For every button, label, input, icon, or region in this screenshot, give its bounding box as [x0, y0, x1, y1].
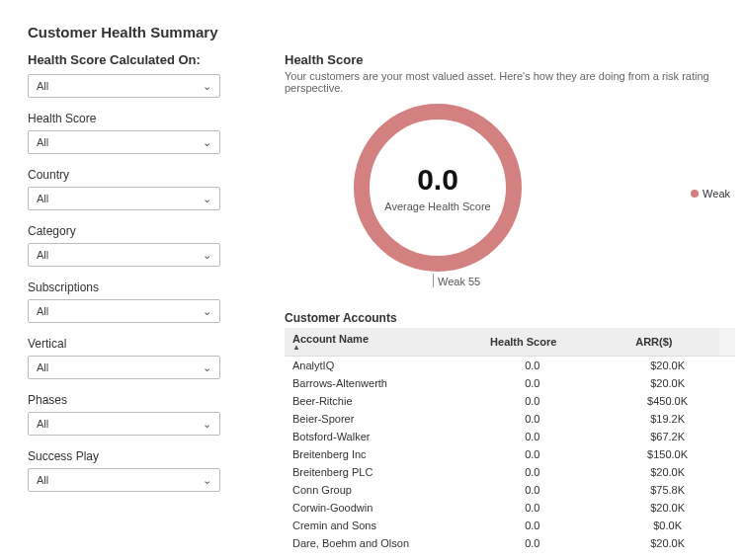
table-row[interactable]: Beier-Sporer0.0$19.2K [285, 410, 735, 428]
cell-account-name: Conn Group [285, 481, 464, 499]
filter-select-success play[interactable]: All⌄ [28, 468, 220, 492]
chevron-down-icon: ⌄ [203, 136, 211, 149]
cell-arr: $20.0K [600, 374, 735, 392]
main-content: Health Score Your customers are your mos… [225, 52, 745, 549]
filter-value: All [37, 418, 48, 430]
health-score-subtitle: Your customers are your most valued asse… [285, 70, 735, 94]
filter-select-country[interactable]: All⌄ [28, 187, 220, 210]
filter-value: All [37, 361, 48, 373]
filter-label: Success Play [28, 449, 225, 463]
chevron-down-icon: ⌄ [203, 249, 211, 262]
cell-health-score: 0.0 [464, 481, 600, 499]
health-score-title: Health Score [285, 52, 735, 67]
gauge-tick-label: Weak 55 [433, 274, 480, 287]
accounts-title: Customer Accounts [285, 311, 735, 325]
legend-dot-weak [691, 190, 699, 198]
filter-select-health score[interactable]: All⌄ [28, 130, 220, 154]
legend-label-weak: Weak [703, 188, 730, 200]
col-health-score[interactable]: Health Score [458, 328, 589, 357]
filter-value: All [37, 474, 48, 486]
filter-label: Phases [28, 393, 225, 407]
chevron-down-icon: ⌄ [203, 418, 211, 431]
cell-account-name: Dare, Boehm and Olson [285, 534, 464, 549]
cell-account-name: Beer-Ritchie [285, 392, 464, 410]
table-row[interactable]: Barrows-Altenwerth0.0$20.0K [285, 374, 735, 392]
filter-label: Country [28, 168, 225, 182]
col-arr[interactable]: ARR($) [589, 328, 719, 357]
cell-health-score: 0.0 [464, 463, 600, 481]
cell-arr: $0.0K [600, 517, 735, 534]
cell-health-score: 0.0 [464, 357, 600, 374]
cell-health-score: 0.0 [464, 499, 600, 517]
filter-primary-label: Health Score Calculated On: [28, 52, 225, 67]
cell-health-score: 0.0 [464, 534, 600, 549]
filter-primary-select[interactable]: All ⌄ [28, 74, 220, 98]
cell-arr: $450.0K [600, 392, 735, 410]
filter-sidebar: Health Score Calculated On: All ⌄ Health… [28, 52, 225, 549]
filter-value: All [37, 136, 48, 148]
table-row[interactable]: Dare, Boehm and Olson0.0$20.0K [285, 534, 735, 549]
gauge-value: 0.0 [417, 163, 458, 197]
col-account-name-label: Account Name [292, 333, 369, 345]
cell-arr: $150.0K [600, 445, 735, 463]
filter-select-vertical[interactable]: All⌄ [28, 356, 220, 379]
table-row[interactable]: Breitenberg PLC0.0$20.0K [285, 463, 735, 481]
cell-account-name: Cremin and Sons [285, 517, 464, 534]
filter-value: All [37, 305, 48, 317]
filter-value: All [37, 249, 48, 261]
filter-select-category[interactable]: All⌄ [28, 243, 220, 267]
filter-label: Vertical [28, 337, 225, 351]
table-row[interactable]: AnalytIQ0.0$20.0K [285, 357, 735, 374]
page-title: Customer Health Summary [28, 24, 745, 40]
cell-arr: $20.0K [600, 357, 735, 374]
cell-arr: $20.0K [600, 463, 735, 481]
cell-arr: $20.0K [600, 534, 735, 549]
filter-select-phases[interactable]: All⌄ [28, 412, 220, 436]
filter-label: Category [28, 224, 225, 238]
chevron-down-icon: ⌄ [203, 193, 211, 205]
filter-value: All [37, 193, 48, 204]
cell-health-score: 0.0 [464, 392, 600, 410]
chevron-down-icon: ⌄ [203, 361, 211, 374]
col-account-name[interactable]: Account Name ▲ [285, 328, 458, 357]
cell-health-score: 0.0 [464, 374, 600, 392]
table-row[interactable]: Breitenberg Inc0.0$150.0K [285, 445, 735, 463]
cell-account-name: Beier-Sporer [285, 410, 464, 428]
table-row[interactable]: Conn Group0.0$75.8K [285, 481, 735, 499]
cell-account-name: Breitenberg Inc [285, 445, 464, 463]
table-row[interactable]: Botsford-Walker0.0$67.2K [285, 428, 735, 445]
chevron-down-icon: ⌄ [203, 474, 211, 487]
cell-account-name: Corwin-Goodwin [285, 499, 464, 517]
accounts-table-body[interactable]: AnalytIQ0.0$20.0KBarrows-Altenwerth0.0$2… [285, 357, 735, 549]
cell-arr: $67.2K [600, 428, 735, 445]
health-score-gauge: 0.0 Average Health Score Weak 55 Weak [285, 104, 735, 311]
scrollbar-track[interactable] [719, 328, 735, 357]
cell-arr: $20.0K [600, 499, 735, 517]
cell-health-score: 0.0 [464, 428, 600, 445]
cell-account-name: AnalytIQ [285, 357, 464, 374]
sort-asc-icon: ▲ [292, 345, 451, 351]
chevron-down-icon: ⌄ [203, 305, 211, 318]
filter-primary-value: All [37, 80, 48, 92]
gauge-legend: Weak [691, 188, 730, 200]
cell-arr: $75.8K [600, 481, 735, 499]
filter-label: Health Score [28, 112, 225, 125]
table-row[interactable]: Beer-Ritchie0.0$450.0K [285, 392, 735, 410]
cell-health-score: 0.0 [464, 410, 600, 428]
filter-label: Subscriptions [28, 280, 225, 294]
cell-account-name: Breitenberg PLC [285, 463, 464, 481]
cell-health-score: 0.0 [464, 517, 600, 534]
cell-account-name: Botsford-Walker [285, 428, 464, 445]
chevron-down-icon: ⌄ [203, 80, 211, 93]
table-row[interactable]: Cremin and Sons0.0$0.0K [285, 517, 735, 534]
cell-account-name: Barrows-Altenwerth [285, 374, 464, 392]
filter-select-subscriptions[interactable]: All⌄ [28, 299, 220, 323]
cell-arr: $19.2K [600, 410, 735, 428]
cell-health-score: 0.0 [464, 445, 600, 463]
table-row[interactable]: Corwin-Goodwin0.0$20.0K [285, 499, 735, 517]
gauge-label: Average Health Score [384, 200, 490, 212]
accounts-table: Account Name ▲ Health Score ARR($) [285, 328, 735, 357]
